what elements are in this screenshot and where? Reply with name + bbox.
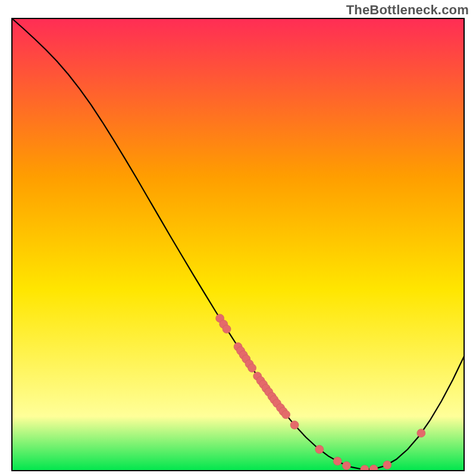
data-marker xyxy=(315,445,324,453)
chart-container: TheBottleneck.com xyxy=(0,0,476,476)
chart-svg xyxy=(11,18,465,471)
data-marker xyxy=(290,421,299,429)
gradient-background xyxy=(12,18,464,471)
watermark-text: TheBottleneck.com xyxy=(346,2,469,18)
data-marker xyxy=(333,457,342,465)
data-marker xyxy=(223,325,231,333)
data-marker xyxy=(417,429,425,437)
data-marker xyxy=(248,364,256,372)
data-marker xyxy=(342,462,350,470)
data-marker xyxy=(282,411,290,419)
data-marker xyxy=(383,461,392,469)
